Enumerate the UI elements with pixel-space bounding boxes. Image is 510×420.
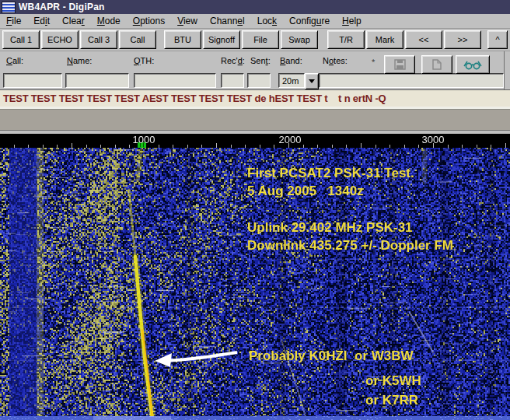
recd-input[interactable]	[221, 73, 244, 88]
call3-button[interactable]: Call 3	[80, 30, 117, 49]
call-label: Call:	[6, 56, 23, 65]
receive-text-pane[interactable]: TEST TEST TEST TEST TEST AEST TEST TEST …	[0, 89, 510, 107]
annotation-title-line1: First PCSAT2 PSK-31 Test.	[247, 166, 414, 181]
annotation-downlink: Downlink 435.275 +/- Doppler FM	[247, 238, 453, 254]
menu-item-channel[interactable]: Channel	[204, 15, 251, 28]
menu-item-lock[interactable]: Lock	[251, 15, 283, 28]
menu-item-file[interactable]: File	[0, 15, 27, 28]
annotation-alt-callsign-1: or K5WH	[365, 373, 421, 389]
notes-label: Notes:	[323, 56, 348, 65]
menu-item-edit[interactable]: Edit	[27, 15, 56, 28]
band-selected-value: 20m	[278, 73, 305, 88]
band-select[interactable]: 20m	[278, 73, 319, 88]
floppy-disk-icon	[394, 59, 406, 70]
signoff-button[interactable]: Signoff	[203, 30, 240, 49]
view-log-button[interactable]	[456, 55, 490, 74]
call1-button[interactable]: Call 1	[2, 30, 40, 49]
title-bar[interactable]: WB4APR - DigiPan	[0, 0, 510, 14]
menu-item-configure[interactable]: Configure	[283, 15, 336, 28]
scale-label-2000[interactable]: 2000	[279, 134, 302, 145]
name-input[interactable]	[65, 73, 129, 88]
macro-toolbar: Call 1 ECHO Call 3 Call BTU Signoff File…	[0, 29, 510, 51]
band-dropdown-button[interactable]	[305, 73, 319, 89]
name-label: Name:	[67, 56, 92, 65]
menu-item-mode[interactable]: Mode	[91, 15, 127, 28]
window-title: WB4APR - DigiPan	[19, 2, 105, 12]
scale-label-1000[interactable]: 1000	[133, 134, 155, 145]
up-button[interactable]: ^	[487, 30, 508, 49]
menu-item-options[interactable]: Options	[127, 15, 171, 28]
notes-asterisk: *	[372, 58, 375, 67]
annotation-probable-callsigns: Probably K0HZI or W3BW	[249, 348, 414, 364]
band-label: Band:	[280, 56, 302, 65]
mark-button[interactable]: Mark	[366, 30, 403, 49]
tr-button[interactable]: T/R	[327, 30, 365, 49]
forward-button[interactable]: >>	[444, 30, 481, 49]
call-input[interactable]	[3, 73, 62, 88]
menu-item-clear[interactable]: Clear	[56, 15, 91, 28]
annotation-alt-callsign-2: or K7RR	[365, 393, 418, 408]
menu-bar: File Edit Clear Mode Options View Channe…	[0, 14, 510, 29]
transmit-text-pane[interactable]	[0, 110, 510, 130]
annotation-title-line2: 5 Aug 2005 1340z	[247, 184, 364, 199]
chevron-down-icon	[309, 79, 315, 83]
arrow-annotation	[152, 346, 249, 371]
eyeglasses-icon	[463, 60, 483, 70]
sent-input[interactable]	[247, 73, 271, 88]
recd-label: Rec'd:	[221, 56, 245, 65]
qth-input[interactable]	[134, 73, 216, 88]
save-qso-button[interactable]	[384, 55, 415, 74]
log-fields-panel: Call: Name: QTH: Rec'd: Sent: Band: Note…	[0, 51, 510, 89]
new-file-icon	[432, 59, 442, 70]
menu-item-view[interactable]: View	[171, 15, 204, 28]
digipan-app-icon	[2, 2, 16, 13]
window-right-edge	[504, 51, 510, 89]
back-button[interactable]: <<	[405, 30, 442, 49]
swap-button[interactable]: Swap	[281, 30, 318, 49]
file-button[interactable]: File	[242, 30, 279, 49]
btu-button[interactable]: BTU	[164, 30, 201, 49]
annotation-uplink: Uplink 29.402 MHz PSK-31	[247, 220, 413, 236]
sent-label: Sent:	[250, 56, 271, 65]
scale-label-3000[interactable]: 3000	[422, 134, 445, 145]
new-qso-button[interactable]	[421, 55, 452, 74]
echo-button[interactable]: ECHO	[41, 30, 79, 49]
qth-label: QTH:	[134, 56, 154, 65]
call-button[interactable]: Call	[119, 30, 156, 49]
notes-input[interactable]	[319, 73, 504, 88]
menu-item-help[interactable]: Help	[336, 15, 368, 28]
